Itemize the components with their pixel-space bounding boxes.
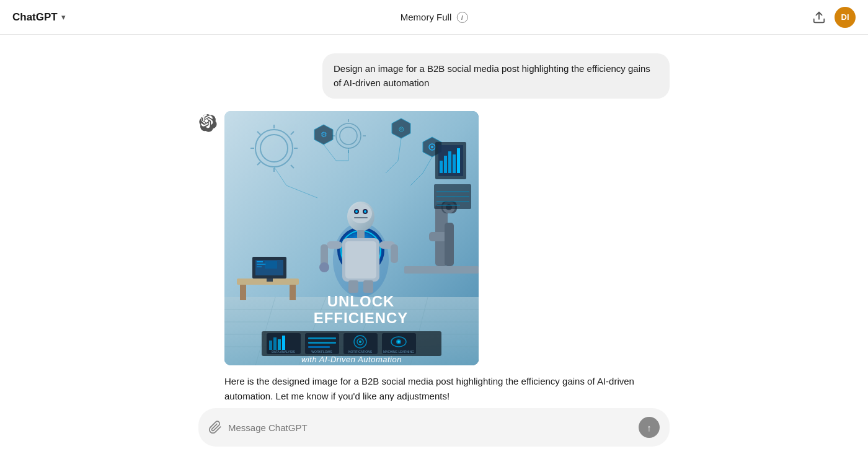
avatar[interactable]: DI — [835, 7, 856, 28]
svg-rect-13 — [290, 285, 296, 300]
send-button[interactable]: ↑ — [639, 417, 660, 438]
user-message-text: Design an image for a B2B social media p… — [334, 63, 650, 88]
svg-rect-92 — [282, 336, 285, 350]
input-area: ↑ — [0, 401, 868, 459]
svg-rect-20 — [265, 261, 277, 269]
svg-rect-97 — [308, 346, 330, 348]
svg-rect-89 — [269, 341, 272, 350]
chat-inner: Design an image for a B2B social media p… — [198, 53, 670, 401]
svg-rect-91 — [278, 339, 281, 350]
svg-rect-77 — [345, 241, 376, 279]
svg-rect-96 — [308, 342, 336, 344]
svg-rect-57 — [457, 148, 460, 173]
chevron-down-icon[interactable]: ▾ — [61, 12, 66, 22]
svg-text:MACHINE LEARNING: MACHINE LEARNING — [383, 350, 414, 354]
app-title: ChatGPT — [12, 11, 58, 24]
svg-point-107 — [397, 341, 400, 343]
svg-rect-16 — [267, 279, 273, 282]
svg-rect-78 — [327, 241, 342, 249]
svg-rect-19 — [257, 266, 262, 267]
header-left: ChatGPT ▾ — [12, 11, 66, 24]
svg-text:with AI-Driven Automation: with AI-Driven Automation — [301, 355, 402, 364]
svg-rect-84 — [363, 280, 373, 293]
memory-status-area: Memory Full i — [401, 12, 468, 23]
user-message-wrap: Design an image for a B2B social media p… — [198, 53, 670, 99]
svg-point-73 — [364, 210, 366, 213]
assistant-content: ⚙ ◎ — [224, 111, 670, 401]
svg-point-72 — [355, 210, 358, 213]
svg-rect-56 — [453, 154, 456, 173]
svg-rect-12 — [240, 285, 246, 300]
svg-rect-95 — [308, 337, 336, 339]
svg-text:⚙: ⚙ — [321, 130, 327, 139]
svg-rect-53 — [440, 161, 443, 173]
memory-status-text: Memory Full — [401, 12, 452, 22]
svg-point-102 — [359, 341, 361, 343]
svg-text:WORKFLOWS: WORKFLOWS — [311, 350, 332, 354]
message-input[interactable] — [228, 422, 632, 433]
svg-rect-90 — [273, 337, 277, 350]
svg-text:◎: ◎ — [399, 125, 404, 132]
generated-image[interactable]: ⚙ ◎ — [224, 111, 479, 365]
svg-rect-18 — [257, 264, 266, 265]
svg-rect-54 — [444, 156, 447, 173]
svg-text:UNLOCK: UNLOCK — [327, 293, 395, 310]
svg-point-50 — [431, 146, 433, 148]
chat-area: Design an image for a B2B social media p… — [0, 35, 868, 401]
svg-rect-82 — [391, 244, 398, 263]
svg-text:DATA ANALYSIS: DATA ANALYSIS — [272, 350, 295, 354]
assistant-message-wrap: ⚙ ◎ — [198, 111, 670, 401]
header-right: DI — [812, 7, 856, 28]
svg-point-69 — [350, 203, 372, 223]
svg-text:NOTIFICATIONS: NOTIFICATIONS — [348, 350, 373, 354]
svg-rect-24 — [445, 223, 454, 266]
svg-text:EFFICIENCY: EFFICIENCY — [314, 310, 409, 326]
header: ChatGPT ▾ Memory Full i DI — [0, 0, 868, 35]
user-bubble: Design an image for a B2B social media p… — [322, 53, 670, 99]
svg-point-80 — [319, 262, 329, 272]
send-arrow-icon: ↑ — [647, 422, 652, 433]
svg-rect-83 — [348, 280, 358, 293]
memory-info-icon[interactable]: i — [456, 12, 467, 23]
input-box: ↑ — [198, 408, 670, 447]
paperclip-icon[interactable] — [208, 421, 222, 434]
svg-rect-75 — [357, 230, 365, 239]
svg-rect-55 — [448, 151, 451, 173]
response-text: Here is the designed image for a B2B soc… — [224, 374, 670, 401]
svg-rect-17 — [257, 261, 263, 262]
upload-icon[interactable] — [812, 11, 826, 24]
svg-rect-21 — [404, 266, 479, 274]
chatgpt-icon — [198, 114, 217, 132]
